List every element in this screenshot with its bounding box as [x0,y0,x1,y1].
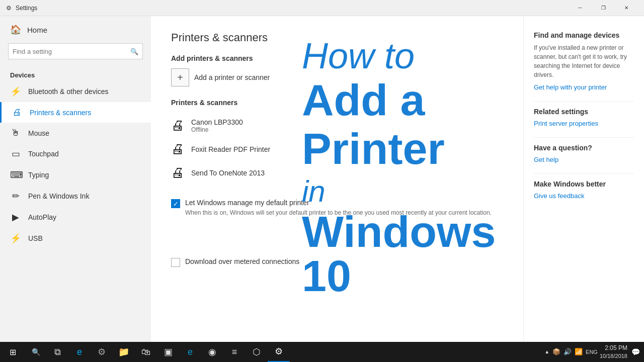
taskbar-app-taskview[interactable]: ⧉ [46,342,68,362]
related-settings-title: Related settings [534,108,634,116]
divider-1 [534,101,634,102]
settings-icon: ⚙ [6,5,12,12]
printer-item-canon[interactable]: 🖨 Canon LBP3300 Offline [171,114,503,137]
get-help-printer-link[interactable]: Get help with your printer [534,83,634,91]
taskbar-show-hidden-icon[interactable]: ▲ [544,349,549,354]
print-server-properties-link[interactable]: Print server properties [534,120,634,127]
search-box[interactable]: 🔍 [8,43,143,59]
title-bar-controls: ─ ❐ ✕ [569,0,638,16]
find-devices-title: Find and manage devices [534,31,634,39]
title-bar: ⚙ Settings ─ ❐ ✕ [0,0,644,16]
printer-status-canon: Offline [191,126,243,133]
sidebar-item-touchpad[interactable]: ▭ Touchpad [0,143,151,164]
make-windows-better-title: Make Windows better [534,180,634,188]
search-icon: 🔍 [130,48,138,55]
default-printer-text: Let Windows manage my default printer Wh… [185,199,492,217]
taskbar-dropbox-icon[interactable]: 📦 [552,348,560,355]
usb-icon: ⚡ [10,233,21,244]
printer-item-icon-foxit: 🖨 [171,141,184,157]
printer-name-canon: Canon LBP3300 [191,118,243,126]
metered-label: Download over metered connections [185,257,299,265]
find-devices-desc: If you've installed a new printer or sca… [534,43,634,79]
default-printer-desc: When this is on, Windows will set your d… [185,209,492,217]
taskbar-language-label[interactable]: ENG [586,349,598,355]
add-plus-icon: + [171,68,189,86]
have-question-title: Have a question? [534,144,634,152]
sidebar-item-bluetooth[interactable]: ⚡ Bluetooth & other devices [0,81,151,102]
divider-2 [534,137,634,138]
taskbar-app-settings2[interactable]: ⚙ [268,342,290,362]
bluetooth-icon: ⚡ [10,86,21,97]
right-panel: Find and manage devices If you've instal… [523,16,644,342]
taskbar-app-explorer[interactable]: 📁 [113,342,135,362]
taskbar-app-store[interactable]: 🛍 [135,342,157,362]
close-button[interactable]: ✕ [615,0,638,16]
typing-icon: ⌨ [10,169,21,180]
taskbar-app-edge[interactable]: e [68,342,91,362]
taskbar-notification-icon[interactable]: 💬 [631,348,640,356]
divider-3 [534,173,634,174]
sidebar-item-pen[interactable]: ✏ Pen & Windows Ink [0,186,151,207]
default-printer-checkbox-row: ✓ Let Windows manage my default printer … [171,199,503,217]
taskbar-network-icon[interactable]: 📶 [575,348,583,355]
printer-icon: 🖨 [12,107,23,118]
default-printer-checkbox[interactable]: ✓ [171,199,180,208]
checkmark-icon: ✓ [173,200,179,208]
taskbar-app-settings[interactable]: ⚙ [91,342,113,362]
taskbar-right: ▲ 📦 🔊 📶 ENG 2:05 PM 10/18/2018 💬 [540,344,644,359]
devices-section-label: Devices [0,67,151,81]
sidebar-home-button[interactable]: 🏠 Home [0,16,151,43]
add-printer-button[interactable]: + Add a printer or scanner [171,68,503,86]
maximize-button[interactable]: ❐ [592,0,615,16]
touchpad-icon: ▭ [10,148,21,159]
taskbar-audio-icon[interactable]: 🔊 [564,348,572,355]
sidebar-item-printers[interactable]: 🖨 Printers & scanners [0,102,151,123]
taskbar: ⊞ 🔍 ⧉ e ⚙ 📁 🛍 ▣ e ◉ ≡ ⬡ ⚙ ▲ 📦 🔊 📶 ENG 2:… [0,342,644,362]
home-icon: 🏠 [10,24,21,35]
printer-item-icon-onenote: 🖨 [171,165,184,180]
pen-icon: ✏ [10,191,21,202]
printer-name-foxit: Foxit Reader PDF Printer [191,145,270,153]
add-section-label: Add printers & scanners [171,54,503,62]
taskbar-clock[interactable]: 2:05 PM 10/18/2018 [600,344,627,359]
page-title: Printers & scanners [171,31,503,44]
printers-section-label: Printers & scanners [171,99,503,107]
printer-item-foxit[interactable]: 🖨 Foxit Reader PDF Printer [171,137,503,161]
taskbar-app-ie[interactable]: e [179,342,201,362]
search-input[interactable] [13,48,130,55]
metered-checkbox[interactable] [171,258,180,267]
default-printer-label: Let Windows manage my default printer [185,199,492,207]
sidebar: 🏠 Home 🔍 Devices ⚡ Bluetooth & other dev… [0,16,151,342]
mouse-icon: 🖱 [10,128,21,138]
taskbar-search-button[interactable]: 🔍 [25,342,46,362]
get-help-link[interactable]: Get help [534,156,634,163]
metered-text: Download over metered connections [185,257,299,265]
taskbar-app-chrome[interactable]: ◉ [201,342,223,362]
sidebar-item-typing[interactable]: ⌨ Typing [0,164,151,186]
give-feedback-link[interactable]: Give us feedback [534,192,634,200]
minimize-button[interactable]: ─ [569,0,592,16]
add-printer-label: Add a printer or scanner [194,73,270,81]
taskbar-app-unknown1[interactable]: ≡ [223,342,246,362]
printer-info-onenote: Send To OneNote 2013 [191,169,265,177]
start-button[interactable]: ⊞ [0,342,25,362]
autoplay-icon: ▶ [10,212,21,223]
title-bar-title: ⚙ Settings [6,5,37,12]
printer-name-onenote: Send To OneNote 2013 [191,169,265,177]
printer-item-onenote[interactable]: 🖨 Send To OneNote 2013 [171,161,503,185]
printer-info-canon: Canon LBP3300 Offline [191,118,243,133]
taskbar-system-icons: ▲ 📦 🔊 📶 ENG [544,348,598,355]
overlay-line4: Windows 10 [302,210,523,298]
sidebar-item-autoplay[interactable]: ▶ AutoPlay [0,207,151,228]
printer-item-icon-canon: 🖨 [171,118,184,133]
printer-info-foxit: Foxit Reader PDF Printer [191,145,270,153]
main-content: How to Add a Printer in Windows 10 Print… [151,16,523,342]
taskbar-app-cmd[interactable]: ▣ [157,342,179,362]
metered-checkbox-row: Download over metered connections [171,257,503,267]
taskbar-app-3d[interactable]: ⬡ [246,342,268,362]
app-body: 🏠 Home 🔍 Devices ⚡ Bluetooth & other dev… [0,16,644,342]
sidebar-item-usb[interactable]: ⚡ USB [0,228,151,249]
sidebar-item-mouse[interactable]: 🖱 Mouse [0,123,151,143]
taskbar-apps: ⧉ e ⚙ 📁 🛍 ▣ e ◉ ≡ ⬡ ⚙ [46,342,540,362]
